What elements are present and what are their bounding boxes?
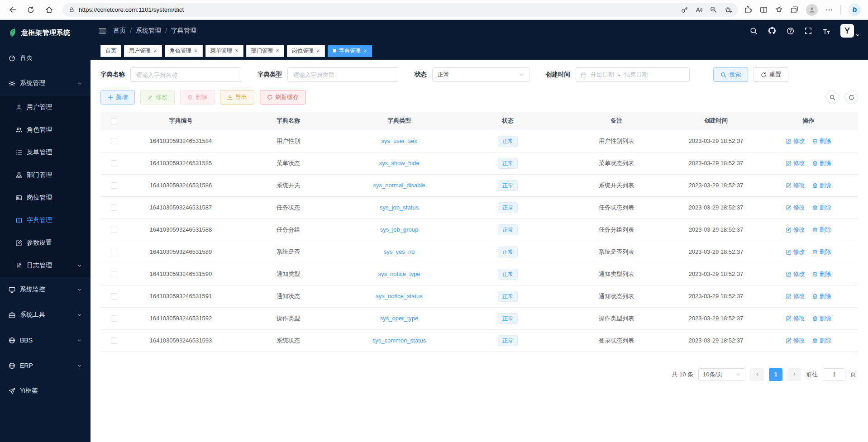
sidebar-item-bbs[interactable]: BBS [0, 328, 91, 353]
row-delete-action[interactable]: 删除 [812, 314, 831, 323]
sidebar-item-user[interactable]: 用户管理 [0, 96, 91, 119]
row-edit-action[interactable]: 修改 [786, 248, 805, 256]
close-icon[interactable] [316, 49, 320, 52]
close-icon[interactable] [276, 49, 279, 52]
read-aloud-icon[interactable] [696, 6, 702, 13]
sidebar-item-monitor[interactable]: 系统监控 [0, 277, 91, 302]
show-search-toggle-button[interactable] [825, 90, 839, 104]
sidebar-item-dept[interactable]: 部门管理 [0, 164, 91, 186]
home-icon[interactable] [42, 3, 56, 17]
refresh-cache-button[interactable]: 刷新缓存 [260, 90, 306, 105]
page-size-select[interactable]: 10条/页 [698, 368, 745, 381]
close-icon[interactable] [153, 49, 157, 52]
tab-home[interactable]: 首页 [100, 45, 121, 57]
breadcrumb-system[interactable]: 系统管理 [136, 27, 161, 35]
close-icon[interactable] [363, 49, 367, 52]
row-edit-action[interactable]: 修改 [786, 204, 805, 212]
sidebar-item-tools[interactable]: 系统工具 [0, 302, 91, 328]
app-logo[interactable]: 意框架管理系统 [0, 20, 91, 45]
sidebar-item-log[interactable]: 日志管理 [0, 254, 91, 277]
sidebar-item-erp[interactable]: ERP [0, 353, 91, 378]
close-icon[interactable] [194, 49, 198, 52]
back-icon[interactable] [5, 3, 20, 17]
row-edit-action[interactable]: 修改 [786, 181, 805, 190]
dict-type-link[interactable]: sys_job_status [380, 204, 419, 211]
dict-name-input[interactable] [130, 67, 241, 82]
row-delete-action[interactable]: 删除 [812, 292, 831, 300]
tab-menu[interactable]: 菜单管理 [205, 45, 243, 57]
page-number-button[interactable]: 1 [769, 368, 782, 381]
next-page-button[interactable] [787, 368, 801, 381]
refresh-icon[interactable] [24, 3, 38, 17]
row-checkbox[interactable] [111, 249, 117, 255]
row-checkbox[interactable] [111, 160, 117, 166]
select-all-checkbox[interactable] [111, 118, 117, 124]
github-icon[interactable] [768, 27, 776, 35]
sidebar-item-system[interactable]: 系统管理 [0, 71, 91, 96]
sidebar-item-post[interactable]: 岗位管理 [0, 186, 91, 209]
dict-type-link[interactable]: sys_notice_status [376, 293, 422, 299]
row-delete-action[interactable]: 删除 [812, 204, 831, 212]
user-avatar[interactable]: Y [840, 24, 860, 38]
row-checkbox[interactable] [111, 293, 117, 299]
add-button[interactable]: 新增 [100, 90, 135, 105]
dict-type-link[interactable]: sys_notice_type [378, 271, 420, 277]
header-search-icon[interactable] [750, 27, 758, 35]
collections-icon[interactable] [791, 6, 798, 14]
bing-sidebar-icon[interactable]: b [849, 4, 861, 16]
row-checkbox[interactable] [111, 337, 117, 344]
dict-type-link[interactable]: sys_common_status [372, 337, 426, 344]
tab-post[interactable]: 岗位管理 [287, 45, 325, 57]
help-question-icon[interactable] [787, 27, 794, 35]
prev-page-button[interactable] [750, 368, 764, 381]
tab-role[interactable]: 角色管理 [165, 45, 203, 57]
goto-page-input[interactable] [823, 368, 845, 381]
row-delete-action[interactable]: 删除 [812, 226, 831, 234]
sidebar-item-config[interactable]: 参数设置 [0, 232, 91, 254]
font-size-icon[interactable] [822, 27, 830, 35]
row-delete-action[interactable]: 删除 [812, 159, 831, 167]
close-icon[interactable] [235, 49, 238, 52]
dict-type-link[interactable]: sys_normal_disable [373, 182, 425, 189]
favorites-star-icon[interactable] [775, 6, 783, 14]
dict-type-link[interactable]: sys_yes_no [384, 248, 415, 255]
row-delete-action[interactable]: 删除 [812, 337, 831, 345]
row-delete-action[interactable]: 删除 [812, 248, 831, 256]
zoom-out-icon[interactable] [710, 6, 717, 13]
row-edit-action[interactable]: 修改 [786, 314, 805, 323]
row-edit-action[interactable]: 修改 [786, 337, 805, 345]
tab-dept[interactable]: 部门管理 [246, 45, 284, 57]
status-select[interactable]: 正常 [432, 67, 529, 82]
sidebar-item-home[interactable]: 首页 [0, 45, 91, 71]
date-range-picker[interactable]: 开始日期 - 结束日期 [576, 67, 690, 82]
row-checkbox[interactable] [111, 204, 117, 211]
password-key-icon[interactable] [681, 6, 688, 13]
dict-type-link[interactable]: sys_show_hide [379, 160, 420, 166]
row-delete-action[interactable]: 删除 [812, 270, 831, 278]
search-button[interactable]: 搜索 [713, 67, 748, 82]
dict-type-input[interactable] [287, 67, 398, 82]
row-checkbox[interactable] [111, 182, 117, 189]
tab-dict[interactable]: 字典管理 [328, 45, 372, 57]
row-edit-action[interactable]: 修改 [786, 159, 805, 167]
tab-user[interactable]: 用户管理 [124, 45, 162, 57]
edit-button[interactable]: 修改 [140, 90, 175, 105]
row-edit-action[interactable]: 修改 [786, 292, 805, 300]
browser-profile-avatar[interactable] [806, 4, 818, 16]
row-checkbox[interactable] [111, 271, 117, 277]
row-checkbox[interactable] [111, 315, 117, 322]
refresh-table-button[interactable] [844, 90, 858, 104]
dict-type-link[interactable]: sys_user_sex [381, 138, 417, 144]
add-favorite-star-icon[interactable] [725, 6, 732, 14]
row-delete-action[interactable]: 删除 [812, 181, 831, 190]
browser-menu-dots-icon[interactable] [825, 6, 833, 14]
row-edit-action[interactable]: 修改 [786, 137, 805, 145]
row-checkbox[interactable] [111, 138, 117, 144]
reset-button[interactable]: 重置 [754, 67, 788, 82]
breadcrumb-home[interactable]: 首页 [113, 27, 126, 35]
extensions-puzzle-icon[interactable] [744, 6, 752, 14]
delete-button[interactable]: 删除 [180, 90, 215, 105]
sidebar-item-role[interactable]: 角色管理 [0, 119, 91, 141]
breadcrumb-dict[interactable]: 字典管理 [171, 27, 196, 35]
fullscreen-icon[interactable] [805, 27, 812, 34]
